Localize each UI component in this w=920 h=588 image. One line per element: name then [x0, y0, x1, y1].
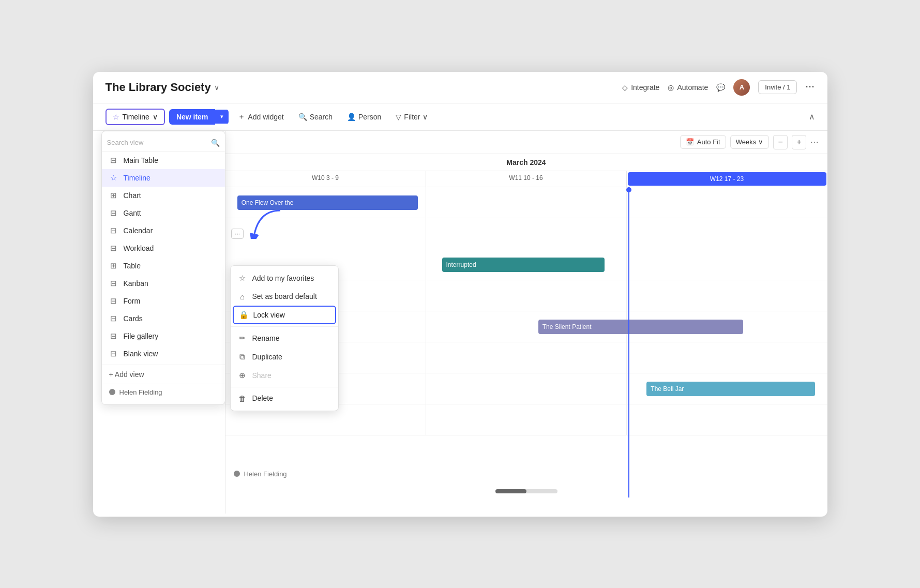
- view-selector-chevron-icon: ∨: [153, 113, 158, 121]
- search-view-icon: 🔍: [211, 139, 220, 147]
- timeline-bar-interrupted[interactable]: Interrupted: [442, 258, 605, 272]
- context-rename[interactable]: ✏ Rename: [231, 329, 338, 348]
- automate-action[interactable]: ◎ Automate: [668, 83, 708, 92]
- weeks-label: Weeks: [736, 138, 757, 146]
- cell-1-3: [627, 187, 827, 218]
- timeline-icon: ☆: [109, 173, 118, 183]
- sidebar-item-kanban[interactable]: ⊟ Kanban: [102, 275, 225, 292]
- cell-3-3: [627, 249, 827, 280]
- bar-one-flew-label: One Flew Over the: [242, 199, 294, 206]
- lock-icon: 🔒: [239, 310, 248, 320]
- month-header: March 2024: [225, 154, 827, 171]
- title-chevron-icon[interactable]: ∨: [214, 83, 219, 92]
- favorites-icon: ☆: [238, 274, 247, 283]
- sidebar-item-calendar[interactable]: ⊟ Calendar: [102, 222, 225, 239]
- person-label: Person: [358, 113, 381, 121]
- weeks-chevron-icon: ∨: [758, 138, 763, 146]
- sidebar-item-form[interactable]: ⊟ Form: [102, 292, 225, 310]
- add-widget-action[interactable]: ＋ Add widget: [233, 109, 289, 125]
- search-view-container: 🔍: [102, 135, 225, 152]
- share-icon: ⊕: [238, 371, 247, 380]
- search-label: Search: [310, 113, 333, 121]
- auto-fit-button[interactable]: 📅 Auto Fit: [680, 135, 726, 149]
- collapse-icon[interactable]: ∧: [809, 112, 815, 122]
- scrollbar-track[interactable]: [495, 489, 557, 493]
- invite-button[interactable]: Invite / 1: [758, 80, 797, 94]
- person-row: Helen Fielding: [102, 384, 225, 400]
- add-view-action[interactable]: + Add view: [102, 365, 225, 384]
- cards-icon: ⊟: [109, 314, 118, 323]
- integrate-icon: ◇: [622, 83, 628, 92]
- context-set-default[interactable]: ⌂ Set as board default: [231, 288, 338, 306]
- context-lock-view[interactable]: 🔒 Lock view: [233, 306, 336, 324]
- week-header-11: W11 10 - 16: [426, 171, 627, 187]
- weeks-selector[interactable]: Weeks ∨: [730, 135, 770, 149]
- sidebar-item-workload[interactable]: ⊟ Workload: [102, 239, 225, 257]
- person-dot: [109, 389, 115, 395]
- context-add-favorites[interactable]: ☆ Add to my favorites: [231, 269, 338, 288]
- context-delete[interactable]: 🗑 Delete: [231, 389, 338, 408]
- bar-interrupted-label: Interrupted: [446, 261, 476, 268]
- sidebar-item-gantt[interactable]: ⊟ Gantt: [102, 204, 225, 222]
- chat-icon[interactable]: 💬: [716, 83, 725, 92]
- board-title: The Library Society: [105, 81, 211, 94]
- add-view-label: + Add view: [109, 370, 144, 379]
- more-options-icon[interactable]: ···: [805, 82, 815, 93]
- main-table-label: Main Table: [124, 156, 158, 164]
- add-favorites-label: Add to my favorites: [252, 274, 314, 282]
- search-action[interactable]: 🔍 Search: [293, 110, 338, 124]
- timeline-star-icon: ☆: [113, 113, 119, 121]
- sidebar-item-chart[interactable]: ⊞ Chart: [102, 187, 225, 204]
- automate-icon: ◎: [668, 83, 674, 92]
- table-icon: ⊞: [109, 261, 118, 270]
- filter-action[interactable]: ▽ Filter ∨: [390, 110, 433, 124]
- zoom-in-button[interactable]: +: [792, 135, 806, 149]
- person-action[interactable]: 👤 Person: [342, 110, 386, 124]
- cell-6-3: [627, 342, 827, 373]
- sidebar-item-file-gallery[interactable]: ⊟ File gallery: [102, 327, 225, 345]
- new-item-label[interactable]: New item: [169, 109, 215, 125]
- sidebar-item-main-table[interactable]: ⊟ Main Table: [102, 152, 225, 169]
- cell-7-2: [426, 373, 627, 404]
- sidebar-item-cards[interactable]: ⊟ Cards: [102, 310, 225, 327]
- file-gallery-icon: ⊟: [109, 331, 118, 341]
- cell-6-2: [426, 342, 627, 373]
- cell-2-3: [627, 218, 827, 249]
- search-icon: 🔍: [298, 113, 307, 121]
- sidebar-item-timeline[interactable]: ☆ Timeline: [102, 169, 225, 187]
- cell-4-3: [627, 280, 827, 311]
- chart-label: Chart: [124, 191, 141, 200]
- integrate-label: Integrate: [631, 83, 659, 92]
- bar-bell-jar-label: The Bell Jar: [651, 385, 684, 393]
- timeline-more-icon[interactable]: ···: [810, 138, 819, 147]
- person-icon: 👤: [347, 113, 356, 121]
- timeline-bar-bell-jar[interactable]: The Bell Jar: [646, 382, 815, 396]
- auto-fit-label: Auto Fit: [697, 138, 720, 146]
- calendar-fit-icon: 📅: [686, 138, 694, 146]
- kanban-label: Kanban: [124, 279, 148, 288]
- header-right: ◇ Integrate ◎ Automate 💬 A Invite / 1 ··…: [622, 79, 815, 96]
- share-label: Share: [252, 371, 272, 380]
- timeline-bar-silent-patient[interactable]: The Silent Patient: [538, 320, 743, 334]
- zoom-out-button[interactable]: −: [773, 135, 788, 149]
- bar-options-icon[interactable]: ···: [231, 229, 244, 239]
- arrow-indicator: [249, 208, 291, 239]
- week-header-12: W12 17 - 23: [628, 172, 826, 186]
- scrollbar-thumb[interactable]: [495, 489, 526, 493]
- rename-icon: ✏: [238, 334, 247, 343]
- set-default-label: Set as board default: [252, 292, 317, 300]
- context-duplicate[interactable]: ⧉ Duplicate: [231, 348, 338, 366]
- sidebar-item-blank-view[interactable]: ⊟ Blank view: [102, 345, 225, 363]
- avatar[interactable]: A: [733, 79, 750, 96]
- sidebar-item-table[interactable]: ⊞ Table: [102, 257, 225, 275]
- calendar-icon: ⊟: [109, 226, 118, 235]
- view-selector[interactable]: ☆ Timeline ∨: [105, 109, 165, 125]
- duplicate-label: Duplicate: [252, 353, 282, 361]
- integrate-action[interactable]: ◇ Integrate: [622, 83, 659, 92]
- new-item-button[interactable]: New item ▾: [169, 109, 229, 125]
- cell-8-2: [426, 404, 627, 435]
- search-view-input[interactable]: [107, 139, 208, 146]
- blank-view-icon: ⊟: [109, 349, 118, 358]
- workload-label: Workload: [124, 244, 154, 252]
- new-item-arrow-icon[interactable]: ▾: [215, 110, 229, 124]
